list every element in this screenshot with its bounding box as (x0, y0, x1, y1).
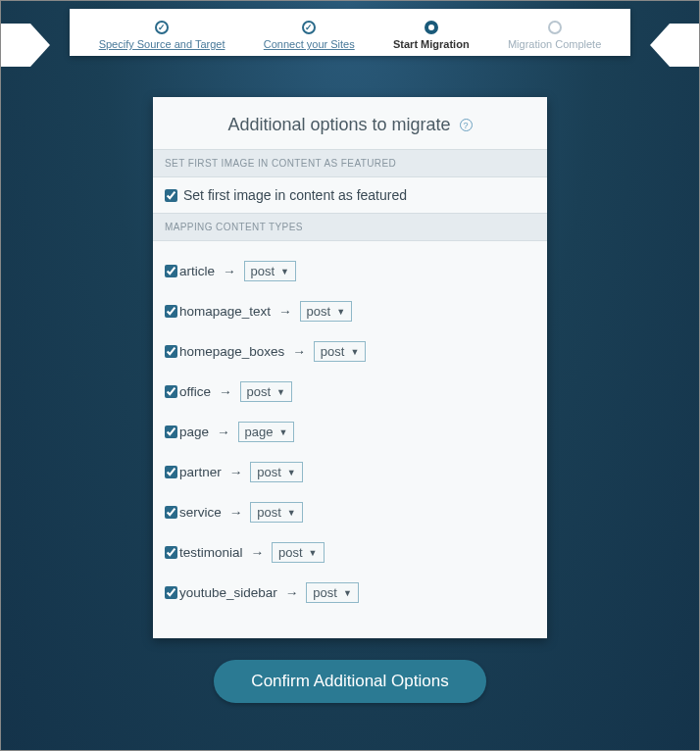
chevron-down-icon: ▼ (287, 468, 296, 477)
featured-image-label: Set first image in content as featured (183, 187, 407, 203)
mapping-name: page (179, 425, 209, 439)
step-connect-sites[interactable]: Connect your Sites (264, 21, 355, 50)
arrow-icon: → (229, 465, 243, 479)
mapping-list: article→post▼homapage_text→post▼homepage… (153, 241, 547, 638)
arrow-icon: → (219, 384, 232, 399)
mapping-value: post (247, 384, 272, 399)
chevron-down-icon: ▼ (278, 427, 287, 437)
mapping-row: page→page▼ (165, 422, 535, 442)
mapping-name: homepage_boxes (179, 344, 284, 359)
arrow-icon: → (223, 264, 236, 278)
mapping-name: youtube_sidebar (179, 585, 277, 600)
mapping-value: post (313, 585, 337, 600)
step-label[interactable]: Specify Source and Target (99, 38, 225, 50)
chevron-down-icon: ▼ (276, 387, 285, 397)
mapping-select[interactable]: page▼ (238, 422, 295, 442)
section-header-featured: SET FIRST IMAGE IN CONTENT AS FEATURED (153, 149, 547, 177)
stepper-bar: Specify Source and Target Connect your S… (70, 9, 630, 56)
options-card: Additional options to migrate ? SET FIRS… (153, 97, 547, 638)
arrow-icon: → (292, 344, 306, 359)
mapping-value: post (257, 505, 281, 520)
step-label[interactable]: Connect your Sites (264, 38, 355, 50)
mapping-value: post (307, 304, 331, 319)
confirm-button[interactable]: Confirm Additional Options (214, 660, 485, 703)
chevron-down-icon: ▼ (343, 588, 352, 598)
ribbon-left-decor (30, 24, 50, 67)
mapping-row: service→post▼ (165, 502, 535, 523)
arrow-icon: → (278, 304, 292, 319)
mapping-checkbox[interactable] (165, 305, 177, 318)
mapping-name: service (179, 505, 222, 520)
mapping-name: testimonial (179, 545, 243, 560)
mapping-select[interactable]: post▼ (250, 502, 303, 523)
mapping-row: office→post▼ (165, 381, 535, 402)
chevron-down-icon: ▼ (336, 307, 345, 317)
chevron-down-icon: ▼ (280, 267, 289, 276)
mapping-value: post (251, 264, 275, 278)
mapping-select[interactable]: post▼ (244, 261, 297, 281)
featured-image-checkbox-row[interactable]: Set first image in content as featured (153, 177, 547, 213)
step-migration-complete: Migration Complete (508, 21, 601, 50)
mapping-row: testimonial→post▼ (165, 542, 535, 563)
current-step-icon (425, 21, 438, 34)
card-title-text: Additional options to migrate (227, 115, 450, 134)
check-icon (155, 21, 169, 34)
arrow-icon: → (229, 505, 243, 520)
mapping-name: office (179, 384, 211, 399)
mapping-select[interactable]: post▼ (240, 381, 293, 402)
help-icon[interactable]: ? (460, 119, 473, 131)
mapping-value: post (278, 545, 303, 560)
mapping-value: post (321, 344, 345, 359)
step-source-target[interactable]: Specify Source and Target (99, 21, 225, 50)
step-start-migration: Start Migration (393, 21, 470, 50)
mapping-select[interactable]: post▼ (306, 582, 359, 603)
progress-stepper: Specify Source and Target Connect your S… (1, 9, 699, 68)
mapping-row: homapage_text→post▼ (165, 301, 535, 322)
mapping-select[interactable]: post▼ (272, 542, 325, 563)
mapping-select[interactable]: post▼ (300, 301, 353, 322)
mapping-checkbox[interactable] (165, 546, 177, 559)
mapping-row: article→post▼ (165, 261, 535, 281)
mapping-value: page (245, 425, 274, 439)
mapping-checkbox[interactable] (165, 265, 177, 277)
section-header-mapping: MAPPING CONTENT TYPES (153, 213, 547, 241)
chevron-down-icon: ▼ (309, 548, 318, 558)
mapping-name: partner (179, 465, 222, 479)
chevron-down-icon: ▼ (350, 347, 359, 357)
mapping-row: partner→post▼ (165, 462, 535, 482)
ribbon-right-decor (650, 24, 670, 67)
step-label: Migration Complete (508, 38, 601, 50)
mapping-checkbox[interactable] (165, 506, 177, 519)
mapping-checkbox[interactable] (165, 345, 177, 358)
mapping-name: article (179, 264, 215, 278)
mapping-row: youtube_sidebar→post▼ (165, 582, 535, 603)
mapping-value: post (257, 465, 281, 479)
pending-step-icon (548, 21, 562, 34)
mapping-checkbox[interactable] (165, 466, 177, 478)
check-icon (302, 21, 316, 34)
chevron-down-icon: ▼ (287, 508, 296, 518)
mapping-checkbox[interactable] (165, 426, 177, 438)
mapping-select[interactable]: post▼ (250, 462, 303, 482)
mapping-name: homapage_text (179, 304, 271, 319)
mapping-row: homepage_boxes→post▼ (165, 341, 535, 362)
step-label: Start Migration (393, 38, 470, 50)
arrow-icon: → (251, 545, 265, 560)
card-title: Additional options to migrate ? (153, 97, 547, 149)
mapping-select[interactable]: post▼ (314, 341, 367, 362)
arrow-icon: → (285, 585, 299, 600)
mapping-checkbox[interactable] (165, 385, 177, 398)
featured-image-checkbox[interactable] (165, 189, 177, 202)
mapping-checkbox[interactable] (165, 586, 177, 599)
arrow-icon: → (217, 425, 230, 439)
